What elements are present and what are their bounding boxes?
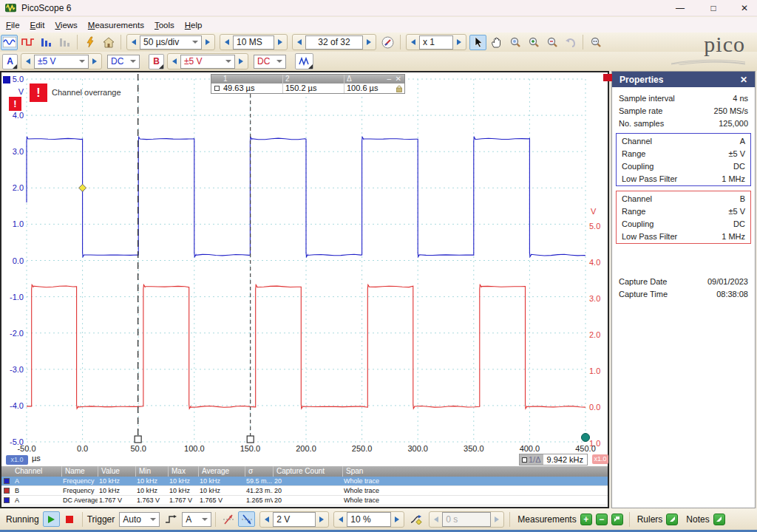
- advanced-trigger-button[interactable]: [162, 511, 179, 527]
- channel-b-axis-indicator[interactable]: [603, 74, 612, 81]
- waveform-plot[interactable]: [1, 72, 608, 445]
- ruler-legend-close[interactable]: ✕: [396, 75, 401, 83]
- trigger-level-input[interactable]: 2 V: [273, 512, 316, 527]
- zoom-increase-button[interactable]: [453, 35, 465, 49]
- column-header-name[interactable]: Name: [61, 466, 98, 477]
- buffer-position[interactable]: 32 of 32: [305, 35, 363, 50]
- trigger-time-button[interactable]: [408, 511, 425, 527]
- ruler-legend-values: 49.63 µs 150.2 µs 100.6 µs: [211, 83, 404, 93]
- channel-b-range-select[interactable]: ±5 V: [180, 55, 235, 69]
- remove-measurement-button[interactable]: −: [596, 514, 608, 525]
- notes-button[interactable]: [713, 514, 725, 525]
- maximize-button[interactable]: □: [702, 0, 724, 16]
- zoom-level[interactable]: x 1: [419, 35, 453, 50]
- pre-trigger-input[interactable]: 10 %: [347, 512, 391, 527]
- rising-edge-button[interactable]: [220, 511, 237, 527]
- measurement-cell: 59.5 m...: [245, 477, 273, 485]
- minimize-button[interactable]: —: [669, 0, 691, 16]
- normal-selection-tool[interactable]: [469, 35, 486, 50]
- channel-a-range-decrease[interactable]: [22, 55, 34, 68]
- column-header-σ[interactable]: σ: [245, 466, 273, 477]
- measurement-row[interactable]: AFrequency10 kHz10 kHz10 kHz10 kHz59.5 m…: [1, 477, 608, 486]
- channel-a-coupling-select[interactable]: DC: [107, 55, 140, 69]
- timebase-increase-button[interactable]: [202, 35, 214, 49]
- column-header-channel[interactable]: Channel: [1, 466, 61, 477]
- zoom-out-tool[interactable]: [543, 35, 560, 50]
- samples-input[interactable]: 10 MS: [233, 35, 274, 50]
- scope-view-button[interactable]: [1, 35, 18, 50]
- close-button[interactable]: ✕: [733, 0, 756, 16]
- buffer-next-button[interactable]: [363, 35, 375, 49]
- property-label: Low Pass Filter: [622, 232, 677, 241]
- ruler-legend[interactable]: 1 2 Δ – ✕ 49.63 µs 150.2 µs 100.6 µs: [211, 74, 405, 94]
- setup-wizard-button[interactable]: [81, 35, 98, 50]
- property-row: CouplingDC: [618, 160, 749, 172]
- channel-a-range-increase[interactable]: [89, 55, 101, 68]
- undo-zoom-button[interactable]: [562, 35, 579, 50]
- buffer-prev-button[interactable]: [293, 35, 305, 49]
- zoom-decrease-button[interactable]: [407, 35, 419, 49]
- timebase-decrease-button[interactable]: [128, 35, 140, 49]
- ruler-legend-minimize[interactable]: –: [387, 75, 391, 83]
- column-header-max[interactable]: Max: [168, 466, 198, 477]
- trigger-source-select[interactable]: A: [182, 512, 211, 527]
- x-axis-multiplier-badge-b[interactable]: x1.0: [592, 454, 608, 464]
- measurement-row[interactable]: BFrequency10 kHz10 kHz10 kHz10 kHz41.23 …: [1, 486, 608, 496]
- measurements-table-header[interactable]: ChannelNameValueMinMaxAverageσCapture Co…: [1, 466, 608, 477]
- channel-a-options-button[interactable]: A: [2, 54, 18, 69]
- column-header-capture-count[interactable]: Capture Count: [273, 466, 342, 477]
- trigger-level-group: 2 V: [259, 511, 329, 528]
- column-header-min[interactable]: Min: [135, 466, 168, 477]
- column-header-span[interactable]: Span: [342, 466, 608, 477]
- properties-close-button[interactable]: ✕: [740, 75, 747, 85]
- channel-b-range-increase[interactable]: [235, 55, 247, 68]
- column-header-average[interactable]: Average: [198, 466, 245, 477]
- menu-views[interactable]: Views: [50, 19, 81, 31]
- measurement-cell: 10 kHz: [98, 477, 135, 485]
- menu-edit[interactable]: Edit: [26, 19, 50, 31]
- channel-a-range-select[interactable]: ±5 V: [34, 55, 89, 69]
- edit-measurement-button[interactable]: [611, 514, 623, 525]
- pre-trigger-decrease[interactable]: [335, 513, 347, 526]
- menu-help[interactable]: Help: [180, 19, 207, 31]
- xy-view-button[interactable]: [56, 35, 73, 50]
- delay-decrease[interactable]: [430, 513, 442, 526]
- buffer-overview-button[interactable]: [379, 35, 396, 50]
- menu-file[interactable]: File: [1, 19, 24, 31]
- persistence-view-button[interactable]: [19, 35, 36, 50]
- pre-trigger-increase[interactable]: [391, 513, 403, 526]
- property-label: Coupling: [622, 162, 654, 171]
- channel-b-coupling-select[interactable]: DC: [254, 55, 286, 69]
- hand-tool[interactable]: [488, 35, 505, 50]
- channel-b-range-decrease[interactable]: [169, 55, 180, 68]
- delay-increase[interactable]: [491, 513, 503, 526]
- stop-button[interactable]: [61, 511, 78, 527]
- measurement-row[interactable]: ADC Average1.767 V1.763 V1.767 V1.765 V1…: [1, 496, 608, 505]
- falling-edge-button[interactable]: [238, 511, 255, 527]
- menu-tools[interactable]: Tools: [150, 19, 179, 31]
- ruler-legend-drag-handle[interactable]: [214, 86, 220, 91]
- menu-measurements[interactable]: Measurements: [84, 19, 149, 31]
- channel-b-options-button[interactable]: B: [149, 54, 164, 69]
- column-header-value[interactable]: Value: [98, 466, 135, 477]
- ruler-legend-header[interactable]: 1 2 Δ – ✕: [211, 75, 404, 83]
- rulers-button[interactable]: [666, 514, 678, 525]
- spectrum-view-button[interactable]: [38, 35, 55, 50]
- trigger-level-decrease[interactable]: [261, 513, 273, 526]
- marquee-zoom-tool[interactable]: [506, 35, 523, 50]
- samples-increase-button[interactable]: [274, 35, 286, 49]
- timebase-select[interactable]: 50 µs/div: [140, 35, 202, 50]
- trigger-level-increase[interactable]: [316, 513, 327, 526]
- add-measurement-button[interactable]: +: [580, 514, 592, 525]
- zoom-overview-button[interactable]: [587, 35, 604, 50]
- channel-b-range-group: ±5 V: [167, 53, 248, 69]
- ruler-delta-value: 100.6 µs: [347, 83, 378, 92]
- zoom-in-tool[interactable]: [525, 35, 542, 50]
- home-button[interactable]: [100, 35, 117, 50]
- trigger-mode-select[interactable]: Auto: [119, 512, 160, 527]
- lock-icon[interactable]: [396, 85, 402, 94]
- samples-decrease-button[interactable]: [221, 35, 233, 49]
- awg-button[interactable]: [295, 53, 313, 69]
- start-button[interactable]: [43, 511, 60, 527]
- x-axis-multiplier-badge[interactable]: x1.0: [6, 455, 28, 465]
